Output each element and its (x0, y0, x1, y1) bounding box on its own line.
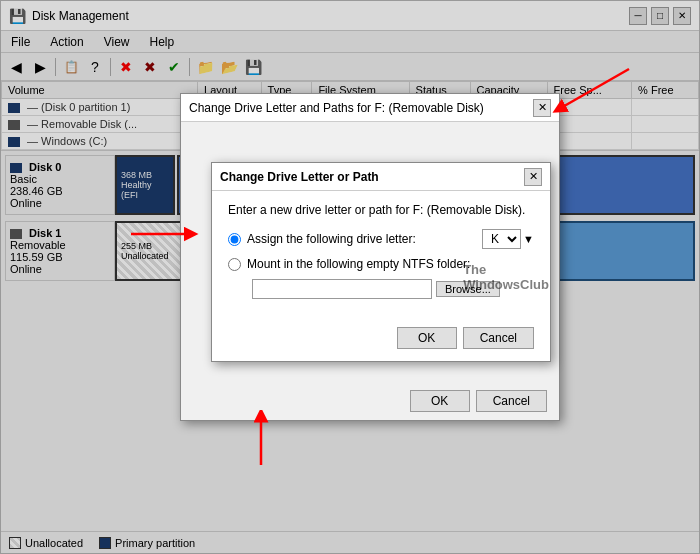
inner-dialog-close[interactable]: ✕ (524, 168, 542, 186)
inner-dialog-buttons: OK Cancel (212, 319, 550, 361)
inner-dialog-title-bar: Change Drive Letter or Path ✕ (212, 163, 550, 191)
red-arrow-3 (549, 64, 639, 124)
svg-line-5 (559, 69, 629, 109)
modal-backdrop: Change Drive Letter and Paths for F: (Re… (1, 1, 699, 553)
drive-letter-select[interactable]: K (482, 229, 521, 249)
ntfs-row: Browse... (248, 279, 534, 299)
outer-dialog-title: Change Drive Letter and Paths for F: (Re… (189, 101, 484, 115)
radio-mount-folder[interactable] (228, 258, 241, 271)
inner-cancel-button[interactable]: Cancel (463, 327, 534, 349)
outer-dialog-footer: OK Cancel (181, 382, 559, 420)
inner-ok-button[interactable]: OK (397, 327, 457, 349)
ntfs-folder-input[interactable] (252, 279, 432, 299)
dropdown-arrow-icon: ▼ (523, 233, 534, 245)
inner-dialog-title: Change Drive Letter or Path (220, 170, 379, 184)
radio-row-2: Mount in the following empty NTFS folder… (228, 257, 534, 271)
outer-dialog: Change Drive Letter and Paths for F: (Re… (180, 93, 560, 421)
outer-dialog-title-bar: Change Drive Letter and Paths for F: (Re… (181, 94, 559, 122)
inner-dialog-body: Enter a new drive letter or path for F: … (212, 191, 550, 319)
outer-cancel-button[interactable]: Cancel (476, 390, 547, 412)
radio-assign-letter[interactable] (228, 233, 241, 246)
main-window: 💾 Disk Management ─ □ ✕ File Action View… (0, 0, 700, 554)
radio-assign-label: Assign the following drive letter: (247, 232, 482, 246)
inner-dialog: Change Drive Letter or Path ✕ Enter a ne… (211, 162, 551, 362)
browse-button[interactable]: Browse... (436, 281, 500, 297)
outer-dialog-body: Change Drive Letter or Path ✕ Enter a ne… (181, 122, 559, 302)
radio-mount-label: Mount in the following empty NTFS folder… (247, 257, 534, 271)
radio-row-1: Assign the following drive letter: K ▼ (228, 229, 534, 249)
outer-dialog-close[interactable]: ✕ (533, 99, 551, 117)
outer-ok-button[interactable]: OK (410, 390, 470, 412)
inner-dialog-desc: Enter a new drive letter or path for F: … (228, 203, 534, 217)
